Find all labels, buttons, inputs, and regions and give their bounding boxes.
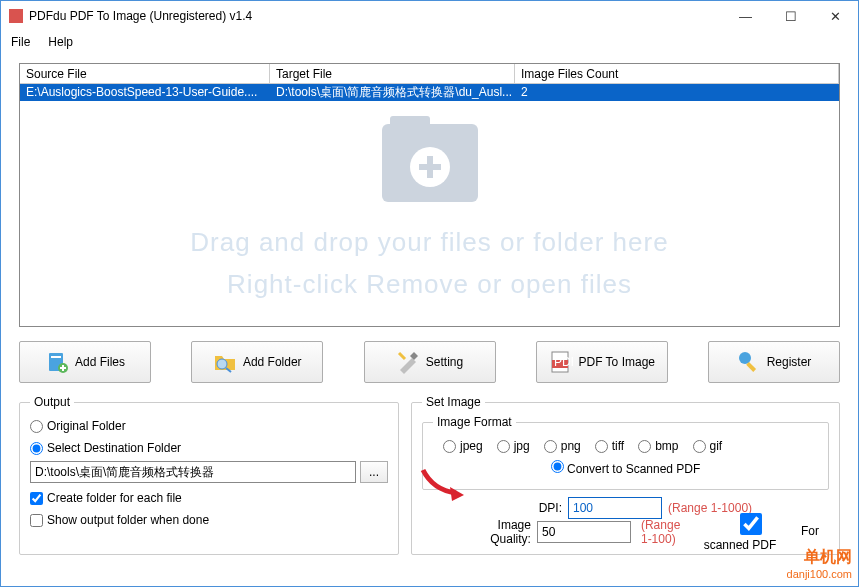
browse-button[interactable]: ...	[360, 461, 388, 483]
register-icon	[737, 350, 761, 374]
svg-point-3	[217, 359, 227, 369]
checkbox-create-folder[interactable]: Create folder for each file	[30, 491, 182, 505]
menu-help[interactable]: Help	[48, 35, 73, 49]
window-title: PDFdu PDF To Image (Unregistered) v1.4	[29, 9, 723, 23]
pdf-to-image-label: PDF To Image	[579, 355, 655, 369]
set-image-legend: Set Image	[422, 395, 485, 409]
quality-label: Image Quality:	[472, 518, 531, 546]
radio-gif[interactable]: gif	[693, 439, 723, 453]
setting-icon	[396, 350, 420, 374]
checkbox-show-folder[interactable]: Show output folder when done	[30, 513, 209, 527]
image-format-fieldset: Image Format jpeg jpg png tiff bmp gif C…	[422, 415, 829, 490]
quality-range: (Range 1-100)	[641, 518, 692, 546]
pdf-to-image-button[interactable]: PDF PDF To Image	[536, 341, 668, 383]
maximize-button[interactable]: ☐	[768, 1, 813, 31]
col-target[interactable]: Target File	[270, 64, 515, 83]
radio-select-destination[interactable]: Select Destination Folder	[30, 441, 181, 455]
col-count[interactable]: Image Files Count	[515, 64, 839, 83]
pdf-icon: PDF	[549, 350, 573, 374]
app-icon	[9, 9, 23, 23]
svg-rect-8	[746, 362, 756, 372]
setting-label: Setting	[426, 355, 463, 369]
drop-text-2: Right-click Remove or open files	[20, 264, 839, 306]
radio-convert-scanned[interactable]: Convert to Scanned PDF	[551, 460, 701, 476]
register-button[interactable]: Register	[708, 341, 840, 383]
add-folder-label: Add Folder	[243, 355, 302, 369]
setting-button[interactable]: Setting	[364, 341, 496, 383]
cell-target: D:\tools\桌面\简鹿音频格式转换器\du_Ausl...	[270, 84, 515, 101]
radio-tiff[interactable]: tiff	[595, 439, 624, 453]
add-files-icon	[45, 350, 69, 374]
minimize-button[interactable]: —	[723, 1, 768, 31]
image-format-legend: Image Format	[433, 415, 516, 429]
cell-source: E:\Auslogics-BoostSpeed-13-User-Guide...…	[20, 84, 270, 101]
cell-count: 2	[515, 84, 839, 101]
output-fieldset: Output Original Folder Select Destinatio…	[19, 395, 399, 555]
set-image-fieldset: Set Image Image Format jpeg jpg png tiff…	[411, 395, 840, 555]
close-button[interactable]: ✕	[813, 1, 858, 31]
drop-folder-icon	[382, 124, 478, 202]
col-source[interactable]: Source File	[20, 64, 270, 83]
table-row[interactable]: E:\Auslogics-BoostSpeed-13-User-Guide...…	[20, 84, 839, 101]
svg-text:PDF: PDF	[554, 355, 573, 369]
svg-rect-1	[51, 356, 61, 358]
add-files-button[interactable]: Add Files	[19, 341, 151, 383]
radio-jpeg[interactable]: jpeg	[443, 439, 483, 453]
radio-original-folder[interactable]: Original Folder	[30, 419, 126, 433]
destination-path-input[interactable]	[30, 461, 356, 483]
dpi-label: DPI:	[472, 501, 562, 515]
quality-input[interactable]	[537, 521, 631, 543]
add-folder-icon	[213, 350, 237, 374]
radio-png[interactable]: png	[544, 439, 581, 453]
radio-bmp[interactable]: bmp	[638, 439, 678, 453]
drop-text-1: Drag and drop your files or folder here	[20, 222, 839, 264]
checkbox-for-scanned[interactable]: For scanned PDF	[704, 513, 829, 552]
dpi-input[interactable]	[568, 497, 662, 519]
radio-jpg[interactable]: jpg	[497, 439, 530, 453]
file-table[interactable]: Source File Target File Image Files Coun…	[19, 63, 840, 327]
menu-file[interactable]: File	[11, 35, 30, 49]
add-folder-button[interactable]: Add Folder	[191, 341, 323, 383]
add-files-label: Add Files	[75, 355, 125, 369]
output-legend: Output	[30, 395, 74, 409]
register-label: Register	[767, 355, 812, 369]
